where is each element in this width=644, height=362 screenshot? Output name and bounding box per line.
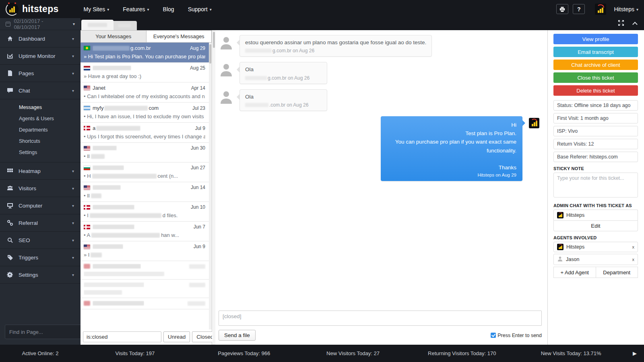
nav-support[interactable]: Support▾ [188,6,212,12]
visitor-avatar-icon [219,89,234,105]
list-item[interactable]: g.com.br Aug 29 » Hi Test plan is Pro Pl… [80,43,212,63]
sidebar-item-seo[interactable]: SEO▾ [0,232,80,249]
flag-icon [84,166,90,170]
remove-agent-button[interactable]: x [632,257,635,262]
find-in-page-input[interactable] [5,325,85,339]
brand[interactable]: hitsteps [6,3,59,16]
chat-messages: estou querendo assinar um plano mas gost… [212,30,547,307]
send-file-button[interactable]: Send a file [219,330,256,341]
press-enter-checkbox[interactable] [491,333,496,338]
list-item[interactable]: Jun 9 » I [80,241,212,261]
nav-blog[interactable]: Blog [163,6,174,12]
chat-scrollbar[interactable] [213,30,215,345]
hitsteps-logo-icon [6,3,19,16]
home-icon [6,35,13,42]
tab-everyones-messages[interactable]: Everyone's Messages [147,30,212,42]
admin-identity-row: Hitsteps [553,210,638,220]
list-item[interactable]: Jun 27 • Hcent (n... [80,162,212,182]
visitors-icon [6,185,13,192]
print-button[interactable] [556,4,568,14]
flag-icon [84,205,90,210]
list-filter-footer: Unread Closed [80,329,212,345]
calendar-icon [6,22,10,27]
status-bar: Active Online: 2 Visits Today: 197 Pagev… [0,345,644,362]
edit-admin-button[interactable]: Edit [553,220,638,231]
pages-icon [6,70,13,77]
chat-archive-button[interactable]: Chat archive of client [553,60,638,70]
list-item-redacted[interactable] [80,298,212,309]
flag-icon [84,86,90,90]
sidebar-item-settings[interactable]: Settings▾ [0,266,80,284]
chevron-down-icon: ▾ [636,7,638,12]
sidebar-item-referral[interactable]: Referral▾ [0,214,80,232]
view-profile-button[interactable]: View profile [553,34,638,44]
window-tab-2[interactable] [112,21,137,30]
department-button[interactable]: Department [596,267,638,278]
sidebar-item-chat-settings[interactable]: Settings [0,147,80,158]
chat-message: estou querendo assinar um plano mas gost… [219,35,542,57]
list-item[interactable]: Janet Apr 14 • Can I whitelabel one of m… [80,82,212,103]
sidebar-item-messages[interactable]: Messages [0,102,80,113]
nav-features[interactable]: Features▾ [123,6,149,12]
close-ticket-button[interactable]: Close this ticket [553,72,638,83]
flag-icon [84,146,90,150]
sidebar-item-heatmap[interactable]: Heatmap▾ [0,162,80,180]
list-item-redacted[interactable] [80,280,212,298]
date-range-picker[interactable]: 02/10/2017 - 08/10/2017 ▾ [0,18,80,30]
delete-ticket-button[interactable]: Delete this ticket [553,85,638,96]
flag-icon [84,66,90,70]
sidebar-item-dashboard[interactable]: Dashboard▾ [0,30,80,47]
visitor-avatar-icon [219,62,234,77]
add-agent-button[interactable]: + Add Agent [553,267,596,278]
email-transcript-button[interactable]: Email transcript [553,47,638,57]
tab-your-messages[interactable]: Your Messages [80,30,147,42]
account-menu[interactable]: Hitsteps▾ [614,6,638,12]
play-icon[interactable]: ▶ [625,350,644,356]
list-scrollbar[interactable] [209,43,212,329]
flag-icon [84,46,90,50]
list-item[interactable]: myfycom Jul 23 • Hi, I have an issue, I … [80,103,212,123]
chevron-down-icon: ▾ [107,7,109,12]
sidebar-item-agents-users[interactable]: Agents & Users [0,113,80,124]
conversation-list: g.com.br Aug 29 » Hi Test plan is Pro Pl… [80,43,212,329]
help-button[interactable]: ? [573,4,585,14]
list-item[interactable]: Jun 14 • Il [80,182,212,202]
sidebar-item-uptime-monitor[interactable]: Uptime Monitor▾ [0,47,80,65]
stat-visits-today: Visits Today: 197 [80,350,190,356]
heatmap-grid-icon [6,168,13,175]
sidebar-item-computer[interactable]: Computer▾ [0,197,80,214]
sticky-note-input[interactable] [553,173,638,197]
window-tab-strip [80,18,644,30]
chevron-down-icon: ▾ [73,22,75,26]
settings-gear-icon [6,272,13,278]
sidebar-item-pages[interactable]: Pages▾ [0,65,80,82]
flag-icon [84,264,90,269]
sidebar-item-shortcuts[interactable]: Shortcuts [0,136,80,147]
nav-my-sites[interactable]: My Sites▾ [84,6,109,12]
hitsteps-avatar-icon [557,244,564,250]
ticket-panel: View profile Email transcript Chat archi… [547,30,644,345]
list-filter-input[interactable] [83,331,161,342]
chat-message-input[interactable] [219,311,542,326]
sidebar-item-departments[interactable]: Departments [0,124,80,136]
list-item[interactable]: Jun 10 • Id files. [80,202,212,222]
flag-icon [84,225,90,229]
admin-chat-as-label: ADMIN CHAT WITH THIS TICKET AS [553,203,638,208]
fullscreen-icon[interactable] [618,20,624,28]
unread-filter-button[interactable]: Unread [163,331,190,342]
list-item[interactable]: a Jul 9 • Ups I forgot this screenshot, … [80,123,212,143]
window-tab-1[interactable] [81,20,114,30]
sidebar-item-visitors[interactable]: Visitors▾ [0,180,80,197]
list-item-redacted[interactable] [80,261,212,280]
account-avatar[interactable] [595,4,606,15]
stat-new-visitors-today: New Visitors Today: 27 [299,350,408,356]
list-item[interactable]: Jun 30 • Il [80,143,212,162]
sidebar-item-chat[interactable]: Chat▾ [0,82,80,99]
remove-agent-button[interactable]: x [632,245,635,249]
collapse-chevron-up-icon[interactable] [632,22,638,27]
chevron-down-icon: ▾ [210,7,212,12]
return-visits: Return Visits: 12 [553,139,638,149]
list-item[interactable]: Aug 25 » Have a great day too :) [80,63,212,82]
list-item[interactable]: Jun 7 • Ahan w... [80,222,212,241]
sidebar-item-triggers[interactable]: Triggers▾ [0,249,80,266]
